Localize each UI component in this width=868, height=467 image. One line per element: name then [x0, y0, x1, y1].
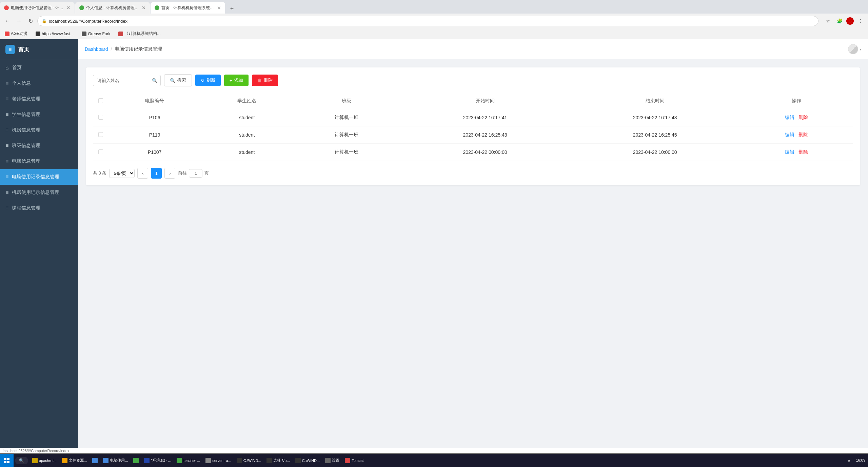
extensions-button[interactable]: 🧩: [835, 16, 844, 26]
sidebar-item-computer[interactable]: ≡ 电脑信息管理: [0, 154, 78, 169]
sidebar-item-computer-record[interactable]: ≡ 电脑使用记录信息管理: [0, 169, 78, 185]
col-student-name: 学生姓名: [201, 93, 293, 109]
taskbar-item-tomcat[interactable]: Tomcat: [342, 454, 366, 467]
taskbar-item-select[interactable]: 选择 C:\...: [264, 454, 292, 467]
student-icon: ≡: [5, 111, 8, 118]
sidebar-computer-label: 电脑信息管理: [12, 158, 40, 164]
row-checkbox-2[interactable]: [98, 149, 103, 154]
delete-link-2[interactable]: 删除: [798, 149, 808, 155]
sidebar-lab-label: 机房信息管理: [12, 127, 40, 133]
prev-page-button[interactable]: ‹: [137, 168, 148, 179]
taskbar-search[interactable]: 🔍: [15, 457, 28, 464]
sidebar-item-profile[interactable]: ≡ 个人信息: [0, 76, 78, 91]
taskbar-item-apache[interactable]: apache-t...: [29, 454, 59, 467]
search-button[interactable]: 🔍 搜索: [164, 74, 192, 86]
green1-icon: [133, 458, 139, 463]
wind2-icon: [295, 458, 301, 463]
bookmark-greasy-label: Greasy Fork: [88, 32, 110, 36]
row-checkbox-1[interactable]: [98, 132, 103, 137]
sidebar-item-lab[interactable]: ≡ 机房信息管理: [0, 122, 78, 138]
taskbar-item-wind1[interactable]: C:\WIND...: [234, 454, 264, 467]
profile-menu-icon: ≡: [5, 80, 8, 86]
sidebar-item-home[interactable]: ⌂ 首页: [0, 60, 78, 76]
tab-3-close[interactable]: ✕: [217, 5, 221, 11]
cell-end-time-0: 2023-04-22 16:17:43: [570, 109, 740, 126]
sidebar-course-label: 课程信息管理: [12, 205, 40, 211]
search-wrap: 🔍: [93, 75, 161, 86]
tab-2-close[interactable]: ✕: [142, 5, 146, 11]
add-icon: +: [230, 78, 232, 83]
sidebar-item-course[interactable]: ≡ 课程信息管理: [0, 200, 78, 216]
tab-2[interactable]: 个人信息 - 计算机机房管理系统后... ✕: [75, 2, 150, 14]
pagination: 共 3 条 5条/页 ‹ 1 › 前往 页: [93, 168, 853, 179]
sidebar-item-lab-record[interactable]: ≡ 机房使用记录信息管理: [0, 185, 78, 200]
per-page-select[interactable]: 5条/页: [109, 169, 135, 178]
taskbar-item-settings[interactable]: 设置: [322, 454, 342, 467]
next-page-button[interactable]: ›: [164, 168, 175, 179]
tab-1[interactable]: 电脑使用记录信息管理 - 计算机... ✕: [0, 2, 75, 14]
refresh-button[interactable]: ↻ 刷新: [195, 75, 221, 86]
forward-button[interactable]: →: [14, 16, 24, 26]
taskbar-item-wind2[interactable]: C:\WIND...: [293, 454, 323, 467]
row-checkbox-0[interactable]: [98, 115, 103, 120]
bookmark-age[interactable]: AGE动漫: [3, 30, 29, 37]
status-url: localhost:9528/#/ComputerRecord/index: [3, 449, 69, 453]
start-button[interactable]: [0, 454, 14, 467]
taskbar-item-teacher[interactable]: teacher ...: [174, 454, 203, 467]
taskbar-item-computer-use[interactable]: 电脑使用...: [100, 454, 131, 467]
delete-button[interactable]: 🗑 删除: [252, 75, 278, 86]
back-button[interactable]: ←: [3, 16, 12, 26]
bookmark-star-button[interactable]: ☆: [823, 16, 833, 26]
data-table: 电脑编号 学生姓名 班级 开始时间 结束时间 操作 P106 student 计…: [93, 93, 853, 161]
breadcrumb-home[interactable]: Dashboard: [85, 46, 108, 52]
cell-class-1: 计算机一班: [293, 126, 400, 144]
class-icon: ≡: [5, 143, 8, 149]
taskbar-tray[interactable]: ∧: [845, 454, 853, 467]
clock-time: 16:09: [856, 458, 865, 463]
address-bar[interactable]: 🔒 localhost:9528/#/ComputerRecord/index: [37, 16, 818, 26]
taskbar-item-chrome[interactable]: [90, 454, 100, 467]
taskbar-item-env[interactable]: *环境.txt - ...: [141, 454, 174, 467]
breadcrumb-current: 电脑使用记录信息管理: [115, 46, 162, 52]
taskbar-item-green1[interactable]: [131, 454, 141, 467]
bookmark-computer[interactable]: 《计算机系统结构...: [116, 30, 162, 37]
add-button[interactable]: + 添加: [224, 75, 249, 86]
taskbar-settings-label: 设置: [332, 458, 339, 463]
delete-link-0[interactable]: 删除: [798, 115, 808, 120]
edit-link-2[interactable]: 编辑: [785, 149, 794, 155]
cell-end-time-2: 2023-04-22 10:00:00: [570, 144, 740, 161]
sidebar-class-label: 班级信息管理: [12, 143, 40, 149]
taskbar-item-server[interactable]: server - a...: [203, 454, 234, 467]
tab-3[interactable]: 首页 - 计算机机房管理系统后台管... ✕: [151, 2, 225, 14]
tab-1-close[interactable]: ✕: [66, 5, 71, 11]
cell-start-time-1: 2023-04-22 16:25:43: [400, 126, 570, 144]
goto-input[interactable]: [189, 169, 202, 178]
search-input[interactable]: [93, 75, 161, 86]
more-button[interactable]: ⋮: [856, 16, 865, 26]
new-tab-button[interactable]: +: [227, 4, 237, 14]
bookmark-greasy[interactable]: Greasy Fork: [80, 31, 112, 37]
page-1-button[interactable]: 1: [151, 168, 162, 179]
table-head: 电脑编号 学生姓名 班级 开始时间 结束时间 操作: [93, 93, 853, 109]
edit-link-1[interactable]: 编辑: [785, 132, 794, 137]
delete-link-1[interactable]: 删除: [798, 132, 808, 137]
taskbar-search-icon: 🔍: [19, 458, 24, 463]
bookmark-fast-icon: [36, 32, 40, 36]
bookmark-computer-icon: [118, 32, 123, 36]
sidebar-item-student[interactable]: ≡ 学生信息管理: [0, 107, 78, 122]
bookmark-fast[interactable]: https://www.fast...: [34, 31, 76, 37]
reload-button[interactable]: ↻: [26, 16, 35, 26]
sidebar-item-teacher[interactable]: ≡ 老师信息管理: [0, 91, 78, 107]
cell-start-time-0: 2023-04-22 16:17:41: [400, 109, 570, 126]
profile-area[interactable]: ▾: [848, 44, 861, 54]
cell-student-name-1: student: [201, 126, 293, 144]
profile-button[interactable]: G: [846, 17, 854, 25]
sidebar-item-class[interactable]: ≡ 班级信息管理: [0, 138, 78, 154]
bookmarks-bar: AGE动漫 https://www.fast... Greasy Fork 《计…: [0, 28, 868, 39]
delete-icon: 🗑: [257, 78, 262, 83]
edit-link-0[interactable]: 编辑: [785, 115, 794, 120]
taskbar-item-file[interactable]: 文件资源...: [59, 454, 90, 467]
taskbar-wind1-label: C:\WIND...: [243, 459, 261, 463]
cell-end-time-1: 2023-04-22 16:25:45: [570, 126, 740, 144]
select-all-checkbox[interactable]: [98, 98, 103, 103]
